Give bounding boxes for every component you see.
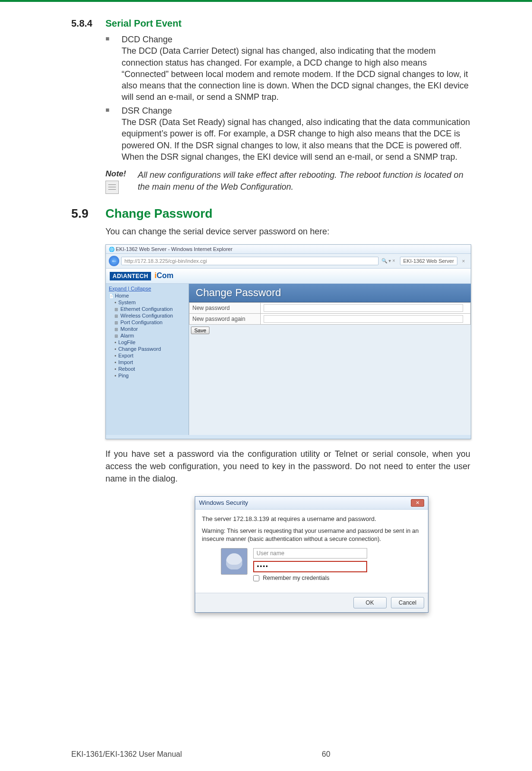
username-input[interactable]: User name	[253, 548, 367, 559]
back-button-icon[interactable]: ←	[109, 256, 119, 266]
section-584-title: Serial Port Event	[105, 18, 181, 29]
close-icon[interactable]: ✕	[411, 499, 424, 507]
note-block: Note! All new configurations will take e…	[105, 169, 470, 194]
dialog-warning: Warning: This server is requesting that …	[202, 527, 421, 543]
browser-tab-label: EKI-1362 Web Server	[403, 258, 454, 264]
address-bar[interactable]: http://172.18.3.225/cgi-bin/index.cgi	[121, 257, 379, 265]
address-url: http://172.18.3.225/cgi-bin/index.cgi	[124, 258, 207, 264]
remember-checkbox-box[interactable]	[253, 575, 259, 581]
section-59-title: Change Password	[105, 206, 212, 221]
label-new-password-again: New password again	[190, 313, 261, 324]
tree-logfile[interactable]: LogFile	[109, 339, 186, 346]
brand-bar: AD\ANTECH iCom	[106, 269, 471, 284]
tree-reboot[interactable]: Reboot	[109, 366, 186, 372]
password-form: New password New password again	[189, 302, 471, 325]
remember-label: Remember my credentials	[263, 575, 329, 581]
nav-sidebar: Expand | Collapse Home System Ethernet C…	[106, 284, 189, 435]
dialog-title: Windows Security	[199, 499, 248, 507]
note-label: Note!	[105, 169, 138, 179]
refresh-search-icons[interactable]: 🔍 ▾ ×	[380, 258, 396, 263]
tree-monitor[interactable]: Monitor	[109, 326, 186, 332]
label-new-password: New password	[190, 302, 261, 313]
browser-window-title: EKI-1362 Web Server - Windows Internet E…	[106, 245, 471, 254]
bullet-dcd-title: DCD Change	[122, 34, 470, 45]
input-new-password-again[interactable]	[264, 315, 463, 323]
section-584-num: 5.8.4	[71, 18, 105, 29]
page-footer: EKI-1361/EKI-1362 User Manual 60	[71, 750, 470, 759]
advantech-logo: AD\ANTECH	[110, 272, 151, 280]
tab-close-icon[interactable]: ×	[459, 258, 468, 264]
square-bullet-icon: ■	[105, 105, 122, 163]
ok-button[interactable]: OK	[353, 597, 387, 608]
avatar-icon	[221, 548, 247, 575]
bullet-dcd-body: The DCD (Data Carrier Detect) signal has…	[122, 46, 468, 102]
footer-doc-name: EKI-1361/EKI-1362 User Manual	[71, 750, 182, 759]
input-new-password[interactable]	[264, 304, 463, 312]
tree-ethernet[interactable]: Ethernet Configuration	[109, 306, 186, 312]
save-button[interactable]: Save	[191, 327, 209, 334]
password-input[interactable]: ••••	[253, 561, 367, 572]
bullet-dsr-body: The DSR (Data Set Ready) signal has chan…	[122, 117, 470, 162]
section-59-intro: You can change the serial device server …	[105, 226, 470, 237]
panel-heading: Change Password	[189, 284, 471, 302]
bullet-dsr-title: DSR Change	[122, 105, 470, 116]
main-panel: Change Password New password New passwor…	[189, 284, 471, 435]
tree-import[interactable]: Import	[109, 359, 186, 366]
tree-system[interactable]: System	[109, 299, 186, 306]
bullet-dsr: ■ DSR Change The DSR (Data Set Ready) si…	[105, 105, 470, 163]
tree-ping[interactable]: Ping	[109, 372, 186, 379]
remember-checkbox[interactable]: Remember my credentials	[253, 575, 329, 581]
browser-screenshot: EKI-1362 Web Server - Windows Internet E…	[105, 244, 471, 439]
section-59-num: 5.9	[71, 206, 105, 221]
expand-link[interactable]: Expand | Collapse	[109, 286, 151, 291]
icom-logo: iCom	[154, 271, 173, 279]
document-icon	[105, 181, 119, 194]
windows-security-dialog: Windows Security ✕ The server 172.18.3.1…	[195, 496, 428, 613]
browser-tab[interactable]: EKI-1362 Web Server	[400, 257, 457, 265]
square-bullet-icon: ■	[105, 34, 122, 103]
cancel-button[interactable]: Cancel	[391, 597, 424, 608]
tree-alarm[interactable]: Alarm	[109, 332, 186, 339]
tree-home[interactable]: Home	[109, 292, 186, 299]
tree-port[interactable]: Port Configuration	[109, 319, 186, 326]
tree-wireless[interactable]: Wireless Configuration	[109, 312, 186, 319]
tree-export[interactable]: Export	[109, 352, 186, 359]
note-text: All new configurations will take effect …	[138, 169, 470, 194]
footer-page-number: 60	[182, 750, 470, 759]
dialog-message: The server 172.18.3.139 at requires a us…	[202, 515, 421, 522]
tree-changepw[interactable]: Change Password	[109, 346, 186, 352]
bullet-dcd: ■ DCD Change The DCD (Data Carrier Detec…	[105, 34, 470, 103]
section-59-after: If you have set a password via the confi…	[105, 448, 470, 485]
